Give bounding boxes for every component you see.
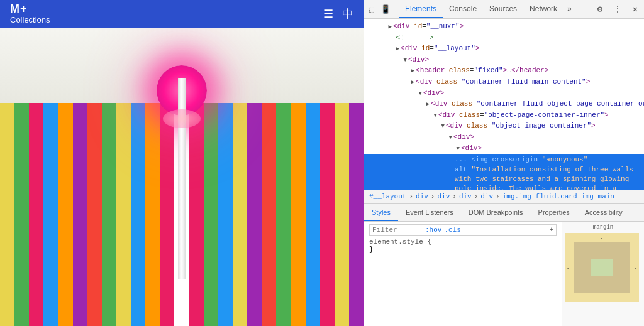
bm-margin: - - - - (565, 233, 639, 302)
logo-mplus: M+ (10, 3, 50, 16)
tab-event-listeners[interactable]: Event Listeners (398, 204, 461, 221)
styles-left-panel: :hov .cls + element.style { } (364, 222, 562, 326)
bottom-tabs-bar: Styles Event Listeners DOM Breakpoints P… (364, 204, 644, 222)
dom-line[interactable]: ▶<div class="container-fluid main-conten… (364, 77, 644, 88)
artwork-image (0, 28, 364, 326)
devtools-actions: ⚙ ⋮ ✕ (594, 3, 641, 16)
bottom-panel: Styles Event Listeners DOM Breakpoints P… (364, 204, 644, 326)
dom-line[interactable]: ▼<div> (364, 55, 644, 66)
filter-plus-button[interactable]: + (549, 226, 553, 234)
devtools-panel-icons: ⬚ 📱 (367, 4, 396, 14)
dom-line[interactable]: ▶<div class="container-fluid object-page… (364, 99, 644, 110)
bm-border (574, 242, 630, 293)
tab-dom-breakpoints[interactable]: DOM Breakpoints (461, 204, 531, 221)
highlighted-ellipsis: ... (455, 156, 467, 163)
dom-line[interactable]: <!------> (364, 33, 644, 44)
elements-panel: ▶<div id="__nuxt"> <!------> ▶<div id="_… (364, 19, 644, 326)
tab-properties[interactable]: Properties (531, 204, 577, 221)
dom-line[interactable]: ▼<div class="object-page-container-inner… (364, 110, 644, 121)
filter-input[interactable] (372, 226, 423, 234)
img-tag-open: <img (471, 156, 492, 163)
menu-icon[interactable]: ☰ (323, 7, 333, 21)
breadcrumb-div4[interactable]: div (480, 193, 493, 200)
breadcrumb-bar: #__layout › div › div › div › div › img.… (364, 190, 644, 204)
dom-line[interactable]: ▼<div> (364, 143, 644, 155)
lamp-post (178, 78, 186, 279)
more-tabs-button[interactable]: » (564, 3, 575, 16)
chinese-icon[interactable]: 中 (342, 6, 353, 21)
dom-line[interactable]: ▶<div id="__layout"> (364, 43, 644, 55)
box-model-label: margin (565, 224, 641, 231)
tab-console[interactable]: Console (443, 0, 483, 18)
breadcrumb-div2[interactable]: div (437, 193, 450, 200)
box-model-diagram: - - - - (565, 233, 639, 302)
bm-padding (591, 259, 613, 276)
dom-line[interactable]: ▶<div id="__nuxt"> (364, 21, 644, 33)
breadcrumb-img[interactable]: img.img-fluid.card-img-main (502, 193, 614, 200)
top-bar: M+ Collections ☰ 中 (0, 0, 364, 28)
breadcrumb-div3[interactable]: div (459, 193, 472, 200)
devtools-panel: ⬚ 📱 Elements Console Sources Network » ⚙… (364, 0, 644, 326)
devtools-tabs-bar: ⬚ 📱 Elements Console Sources Network » ⚙… (364, 0, 644, 19)
box-model-panel: margin - - - - (562, 222, 644, 326)
artwork-background (0, 28, 364, 326)
tab-sources[interactable]: Sources (483, 0, 523, 18)
tab-styles[interactable]: Styles (364, 204, 398, 221)
tab-elements[interactable]: Elements (399, 0, 443, 18)
logo-collections: Collections (10, 16, 50, 24)
close-devtools-icon[interactable]: ✕ (629, 3, 641, 16)
dom-line[interactable]: ▼<div class="object-image-container"> (364, 121, 644, 132)
breadcrumb-layout[interactable]: #__layout (369, 193, 406, 200)
tab-network[interactable]: Network (523, 0, 564, 18)
filter-cls-button[interactable]: .cls (444, 226, 460, 234)
filter-bar: :hov .cls + (369, 224, 557, 236)
devtools-mobile-icon[interactable]: 📱 (380, 4, 391, 14)
top-bar-icons: ☰ 中 (323, 6, 353, 21)
breadcrumb-div1[interactable]: div (416, 193, 428, 200)
logo-area: M+ Collections (10, 3, 50, 24)
style-selector: element.style { (369, 238, 431, 246)
tab-accessibility[interactable]: Accessibility (577, 204, 630, 221)
highlighted-dom-node[interactable]: ... <img crossorigin="anonymous" alt="In… (364, 154, 644, 190)
more-options-icon[interactable]: ⋮ (611, 3, 624, 16)
element-style-rule: element.style { } (369, 238, 557, 253)
dom-tree[interactable]: ▶<div id="__nuxt"> <!------> ▶<div id="_… (364, 19, 644, 190)
filter-hov-button[interactable]: :hov (425, 226, 441, 234)
feather-boa (163, 109, 201, 128)
dom-line[interactable]: ▼<div> (364, 132, 644, 143)
styles-content: :hov .cls + element.style { } margin - (364, 222, 644, 326)
dom-line[interactable]: ▼<div> (364, 88, 644, 99)
settings-icon[interactable]: ⚙ (594, 3, 606, 16)
dom-line[interactable]: ▶<header class="fixed">…</header> (364, 65, 644, 77)
left-panel: M+ Collections ☰ 中 (0, 0, 364, 326)
devtools-cursor-icon[interactable]: ⬚ (367, 4, 377, 14)
